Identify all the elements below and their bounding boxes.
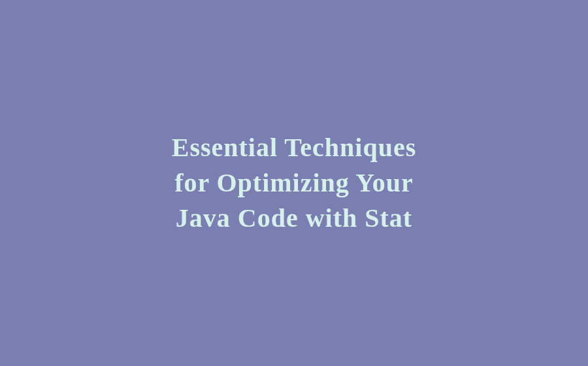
- page-title: Essential Techniques for Optimizing Your…: [172, 130, 417, 236]
- title-line-1: Essential Techniques: [172, 130, 417, 165]
- title-line-3: Java Code with Stat: [172, 201, 417, 236]
- title-line-2: for Optimizing Your: [172, 165, 417, 201]
